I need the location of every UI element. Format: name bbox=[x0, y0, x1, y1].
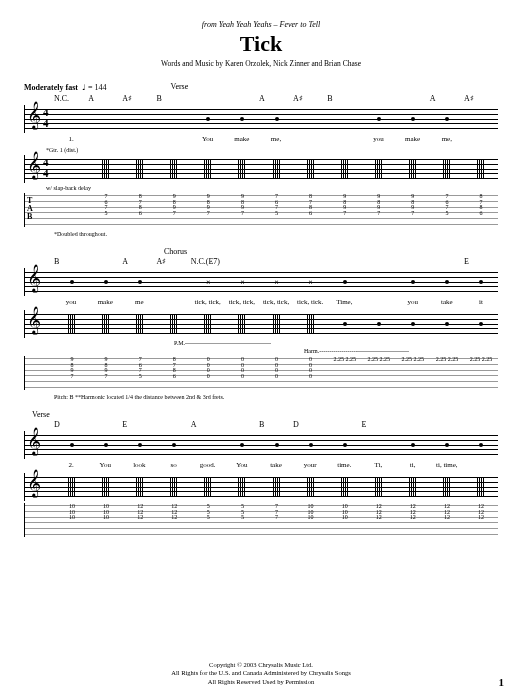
vocal-staff-2: 𝄞 ×××× bbox=[24, 268, 498, 296]
song-title: Tick bbox=[24, 31, 498, 57]
section-verse-2: Verse bbox=[32, 410, 498, 419]
treble-clef-icon: 𝄞 bbox=[27, 153, 41, 177]
system-3: Verse DEABDE 𝄞 2.Youlooksogood.Youtakeyo… bbox=[24, 410, 498, 537]
lyric-row-2: youmakemetick, tick,tick, tick,tick, tic… bbox=[24, 298, 498, 306]
copyright-footer: Copyright © 2003 Chrysalis Music Ltd. Al… bbox=[0, 661, 522, 686]
system-2: Chorus BAA♯N.C.(E7)E 𝄞 ×××× youmakemetic… bbox=[24, 247, 498, 400]
sheet-header: from Yeah Yeah Yeahs – Fever to Tell Tic… bbox=[24, 20, 498, 68]
guitar-staff-3: 𝄞 bbox=[24, 473, 498, 501]
system-1: Moderately fast ♩ = 144 Verse N.C.AA♯BAA… bbox=[24, 82, 498, 237]
tab-label-icon: TAB bbox=[27, 197, 33, 221]
guitar-staff-2: 𝄞 bbox=[24, 310, 498, 338]
tempo-bpm: ♩ = 144 bbox=[82, 83, 107, 92]
footnote-doubled: *Doubled throughout. bbox=[54, 231, 498, 237]
treble-clef-icon: 𝄞 bbox=[27, 429, 41, 453]
perf-note-gtr: *Gtr. 1 (dist.) bbox=[46, 147, 498, 153]
tab-staff-1: TAB 767587869897989798977675878698979897… bbox=[24, 193, 498, 227]
vocal-staff-1: 𝄞 44 bbox=[24, 105, 498, 133]
treble-clef-icon: 𝄞 bbox=[27, 103, 41, 127]
copyright-line-3: All Rights Reserved Used by Permission bbox=[0, 678, 522, 686]
chord-row-1: N.C.AA♯BAA♯BAA♯ bbox=[24, 94, 498, 103]
chord-row-3: DEABDE bbox=[24, 420, 498, 429]
chord-row-2: BAA♯N.C.(E7)E bbox=[24, 257, 498, 266]
time-signature: 44 bbox=[43, 107, 49, 129]
perf-note-pm: P.M.------------------------------------… bbox=[174, 340, 498, 346]
copyright-line-2: All Rights for the U.S. and Canada Admin… bbox=[0, 669, 522, 677]
time-signature: 44 bbox=[43, 157, 49, 179]
perf-note-delay: w/ slap-back delay bbox=[46, 185, 498, 191]
tempo-label: Moderately fast bbox=[24, 83, 78, 92]
section-chorus: Chorus bbox=[164, 247, 498, 256]
section-verse: Verse bbox=[171, 82, 189, 91]
lyric-row-1: 1.Youmakeme,youmakeme, bbox=[24, 135, 498, 143]
tab-staff-3: 1010101010101212121212125555557771010101… bbox=[24, 503, 498, 537]
copyright-line-1: Copyright © 2003 Chrysalis Music Ltd. bbox=[0, 661, 522, 669]
treble-clef-icon: 𝄞 bbox=[27, 266, 41, 290]
perf-note-harm: Harm.-----------------------------------… bbox=[304, 348, 498, 354]
source-line: from Yeah Yeah Yeahs – Fever to Tell bbox=[24, 20, 498, 29]
credits: Words and Music by Karen Orzolek, Nick Z… bbox=[24, 59, 498, 68]
page-number: 1 bbox=[499, 676, 505, 688]
vocal-staff-3: 𝄞 bbox=[24, 431, 498, 459]
footnote-harmonic: Pitch: B **Harmonic located 1/4 the dist… bbox=[54, 394, 498, 400]
lyric-row-3: 2.Youlooksogood.Youtakeyourtime.Ti,ti,ti… bbox=[24, 461, 498, 469]
guitar-staff-1: 𝄞 44 bbox=[24, 155, 498, 183]
tab-staff-2: 989798977675878600000000000000002.25 2.2… bbox=[24, 356, 498, 390]
treble-clef-icon: 𝄞 bbox=[27, 308, 41, 332]
treble-clef-icon: 𝄞 bbox=[27, 471, 41, 495]
